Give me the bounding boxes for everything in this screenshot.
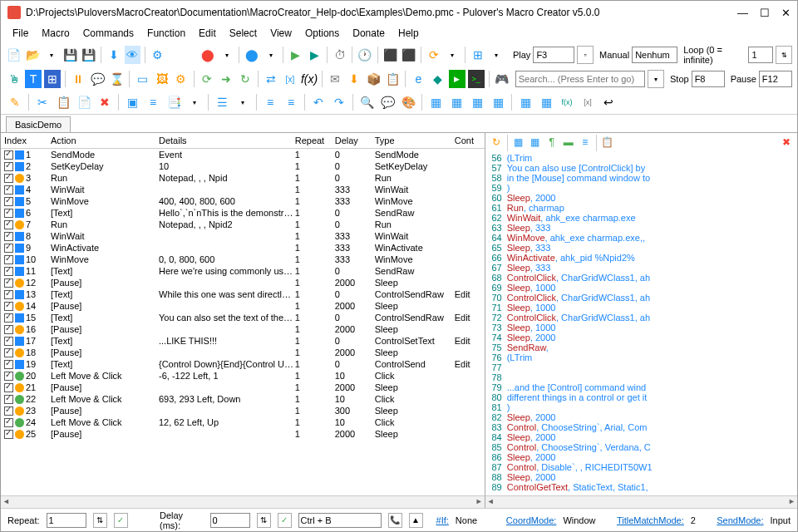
ie-icon[interactable]: e: [410, 70, 426, 88]
row-checkbox[interactable]: [4, 174, 13, 183]
search-dropdown-icon[interactable]: ▾: [648, 70, 664, 88]
compile-icon[interactable]: ⬛: [382, 46, 398, 64]
repeat-apply-icon[interactable]: ✓: [114, 513, 128, 528]
table-row[interactable]: 15[Text]You can also set the text of the…: [1, 312, 485, 323]
group-icon[interactable]: ▦: [516, 93, 534, 111]
table-row[interactable]: 12[Pause]12000Sleep: [1, 277, 485, 288]
search-tool-icon[interactable]: 🔍: [357, 93, 376, 111]
table-row[interactable]: 6[Text]Hello`,`n`nThis is the demonstrat…: [1, 207, 485, 219]
expr-icon[interactable]: [x]: [579, 93, 597, 111]
record-dropdown-icon[interactable]: ▾: [219, 46, 234, 64]
download-icon[interactable]: ⬇: [346, 70, 362, 88]
table-row[interactable]: 20Left Move & Click-6, -122 Left, 1110Cl…: [1, 370, 485, 382]
code-body[interactable]: 56(LTrim57You can also use [ControlClick…: [485, 153, 797, 495]
ini-icon[interactable]: 📋: [384, 70, 401, 88]
view-dropdown-icon[interactable]: ▾: [234, 93, 252, 111]
menu-options[interactable]: Options: [300, 26, 344, 41]
func-insert-icon[interactable]: f(x): [558, 93, 576, 111]
save-icon[interactable]: 💾: [62, 46, 77, 64]
menu-select[interactable]: Select: [224, 26, 262, 41]
menu-edit[interactable]: Edit: [194, 26, 221, 41]
row-checkbox[interactable]: [4, 209, 13, 218]
row-checkbox[interactable]: [4, 150, 13, 160]
manual-hotkey-input[interactable]: [632, 47, 677, 63]
save-as-icon[interactable]: 💾: [81, 46, 96, 64]
table-row[interactable]: 17[Text]...LIKE THIS!!!10ControlSetTextE…: [1, 335, 485, 347]
table-row[interactable]: 2SetKeyDelay1010SetKeyDelay: [1, 160, 485, 172]
table-row[interactable]: 10WinMove0, 0, 800, 6001333WinMove: [1, 254, 485, 265]
reset-icon[interactable]: ⟳: [426, 46, 441, 64]
menu-help[interactable]: Help: [393, 26, 424, 41]
export-icon[interactable]: ⬇: [106, 46, 121, 64]
delete-icon[interactable]: ✖: [96, 93, 114, 111]
code-horizontal-scrollbar[interactable]: [485, 495, 797, 508]
reset-dropdown-icon[interactable]: ▾: [445, 46, 461, 64]
row-checkbox[interactable]: [4, 197, 13, 206]
row-checkbox[interactable]: [4, 325, 13, 334]
row-checkbox[interactable]: [4, 348, 13, 357]
undo-icon[interactable]: ↶: [309, 93, 328, 111]
recent-dropdown-icon[interactable]: ▾: [43, 46, 59, 64]
table-row[interactable]: 11[Text]Here we're using commonly used c…: [1, 265, 485, 277]
zip-icon[interactable]: 📦: [365, 70, 382, 88]
table-row[interactable]: 9WinActivate1333WinActivate: [1, 242, 485, 254]
search-input[interactable]: [515, 71, 645, 87]
window-cmd-icon[interactable]: ▭: [134, 70, 150, 88]
move-up-icon[interactable]: ▦: [426, 93, 445, 111]
table-row[interactable]: 24Left Move & Click12, 62 Left, Up110Cli…: [1, 416, 485, 428]
row-checkbox[interactable]: [4, 372, 13, 381]
repeat-spinner-icon[interactable]: ⇅: [93, 513, 107, 528]
sleep-icon[interactable]: ⌛: [108, 70, 125, 88]
horizontal-scrollbar[interactable]: [1, 495, 485, 508]
row-checkbox[interactable]: [4, 255, 13, 264]
move-down-icon[interactable]: ▦: [468, 93, 486, 111]
play-hotkey-extra-icon[interactable]: ▫: [577, 46, 594, 64]
row-checkbox[interactable]: [4, 302, 13, 311]
play-hotkey-input[interactable]: [533, 47, 574, 63]
table-row[interactable]: 18[Pause]12000Sleep: [1, 347, 485, 358]
code-view1-icon[interactable]: ▦: [511, 135, 526, 150]
table-row[interactable]: 21[Pause]12000Sleep: [1, 382, 485, 393]
run-line-icon[interactable]: ▶: [449, 70, 466, 88]
table-row[interactable]: 7RunNotepad, , , Npid210Run: [1, 219, 485, 230]
repeat-input[interactable]: [47, 513, 86, 528]
menu-view[interactable]: View: [265, 26, 297, 41]
row-checkbox[interactable]: [4, 267, 13, 276]
controller-icon[interactable]: 🎮: [494, 70, 510, 88]
loop-input[interactable]: [748, 47, 773, 63]
revert-icon[interactable]: ↩: [599, 93, 618, 111]
table-row[interactable]: 16[Pause]12000Sleep: [1, 323, 485, 335]
select-all-icon[interactable]: ▣: [123, 93, 141, 111]
msgbox-icon[interactable]: 💬: [89, 70, 106, 88]
row-checkbox[interactable]: [4, 185, 13, 195]
options-icon[interactable]: ⚙: [150, 46, 165, 64]
align-right-icon[interactable]: ≡: [282, 93, 300, 111]
delay-input[interactable]: [210, 513, 250, 528]
row-checkbox[interactable]: [4, 244, 13, 253]
cut-icon[interactable]: ✂: [33, 93, 52, 111]
row-checkbox[interactable]: [4, 360, 13, 369]
timer-icon[interactable]: ⏱: [332, 46, 347, 64]
row-checkbox[interactable]: [4, 220, 13, 229]
row-checkbox[interactable]: [4, 232, 13, 241]
text-icon[interactable]: T: [25, 70, 42, 88]
table-row[interactable]: 22Left Move & Click693, 293 Left, Down11…: [1, 393, 485, 405]
coordmode-link[interactable]: CoordMode:: [506, 515, 557, 525]
run-icon[interactable]: ▶: [288, 46, 303, 64]
comment-icon[interactable]: 💬: [378, 93, 397, 111]
stop-hotkey-input[interactable]: [692, 71, 725, 87]
table-row[interactable]: 1SendModeEvent10SendMode: [1, 149, 485, 160]
col-type[interactable]: Type: [375, 135, 455, 145]
menu-macro[interactable]: Macro: [37, 26, 74, 41]
image-cmd-icon[interactable]: 🖼: [153, 70, 170, 88]
col-details[interactable]: Details: [159, 135, 295, 145]
table-row[interactable]: 19[Text]{Control Down}{End}{Control UP}{…: [1, 358, 485, 370]
table-row[interactable]: 14[Pause]12000Sleep: [1, 300, 485, 312]
code-view2-icon[interactable]: ▦: [528, 135, 543, 150]
code-refresh-icon[interactable]: ↻: [489, 135, 504, 150]
table-row[interactable]: 23[Pause]1300Sleep: [1, 405, 485, 416]
row-checkbox[interactable]: [4, 313, 13, 323]
row-checkbox[interactable]: [4, 337, 13, 346]
delay-apply-icon[interactable]: ✓: [278, 513, 292, 528]
minimize-button[interactable]: —: [737, 7, 748, 19]
